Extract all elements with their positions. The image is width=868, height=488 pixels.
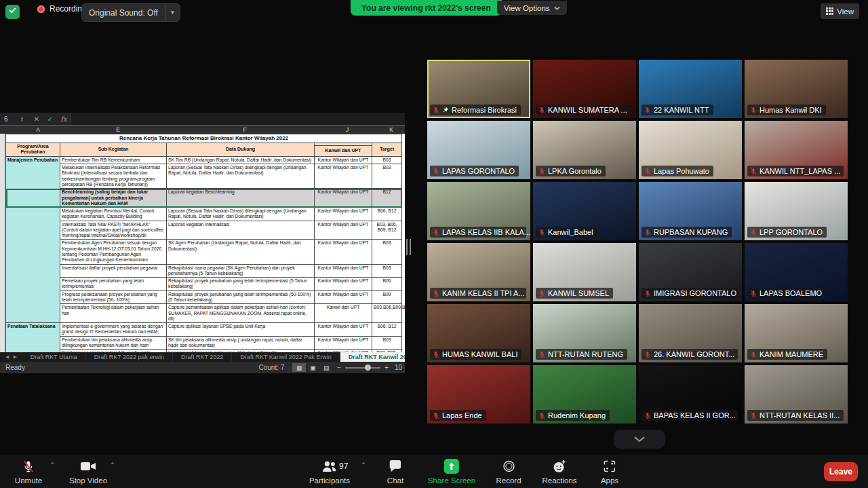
zoom-thumb[interactable]	[365, 364, 371, 371]
participant-tile[interactable]: NTT-RUTAN RUTENG	[533, 304, 636, 362]
sub-kegiatan-cell[interactable]: Pembentukan Agen Perubahan sesuai dengan…	[60, 240, 167, 264]
target-cell[interactable]: B12	[372, 189, 402, 208]
sub-kegiatan-cell[interactable]: Inventarisasi daftar proyek perubahan pe…	[60, 264, 167, 278]
view-options-button[interactable]: View Options	[497, 1, 567, 15]
data-dukung-cell[interactable]: Laporan (Sesuai Tata Naskah Dinas) dilen…	[167, 164, 315, 189]
data-dukung-cell[interactable]: SK Tim RB (Undangan Rapat, Notula, Dafta…	[167, 156, 315, 164]
table-row[interactable]: Inventarisasi daftar proyek perubahan pe…	[6, 264, 402, 278]
participant-tile[interactable]: Reformasi Birokrasi	[427, 60, 530, 118]
kanwil-cell[interactable]: Kantor Wilayah dan UPT	[315, 350, 372, 352]
column-header-K[interactable]: K	[389, 126, 393, 133]
participant-tile[interactable]: LAPAS KELAS IIB KALA...	[427, 182, 530, 240]
kanwil-cell[interactable]: Kantor Wilayah dan UPT	[315, 221, 372, 240]
enter-icon[interactable]: ✓	[43, 115, 57, 123]
kanwil-cell[interactable]: Kantor Wilayah dan UPT	[315, 278, 372, 291]
sheet-tab[interactable]: Draft RKT Utama	[22, 352, 86, 362]
table-row[interactable]: Pembentukan Agen Perubahan sesuai dengan…	[6, 240, 402, 264]
participant-tile[interactable]: BAPAS KELAS II GOR...	[639, 365, 742, 424]
sub-kegiatan-cell[interactable]: Pelaksanaan implementasi Alih media arsi…	[60, 350, 167, 352]
page-break-view-icon[interactable]: ▤	[319, 363, 333, 372]
sub-kegiatan-cell[interactable]: Progress pelaksanaan proyek perubahan ya…	[60, 290, 167, 304]
data-dukung-cell[interactable]: SK tim pelaksana alihmedia arsip ( undan…	[167, 336, 315, 350]
participant-tile[interactable]: Kanwil_Babel	[533, 182, 636, 240]
unmute-button[interactable]: Unmute	[15, 459, 42, 485]
data-dukung-cell[interactable]: Rekapitulasi nama pegawai (SK Agen Perub…	[167, 264, 315, 278]
header-data-dukung[interactable]: Data Dukung	[167, 143, 315, 156]
stop-video-button[interactable]: Stop Video	[69, 459, 107, 485]
table-row[interactable]: Melakukan Internalisasi Pelaksanaan Refo…	[6, 164, 402, 189]
table-row[interactable]: Pemetaan proyek perubahan yang telah ter…	[6, 278, 402, 291]
record-button[interactable]: Record	[496, 459, 521, 485]
formula-input[interactable]	[71, 113, 405, 125]
data-dukung-cell[interactable]: Laporan kegiatan internalisasi	[167, 221, 315, 240]
participant-tile[interactable]: LPKA Gorontalo	[533, 121, 636, 179]
zoom-out-icon[interactable]: −	[337, 364, 341, 371]
sheet-tab[interactable]: Draft RKT Kanwil 2022	[340, 352, 405, 362]
target-cell[interactable]: B06, B12	[372, 208, 402, 221]
participant-tile[interactable]: KANWIL NTT_LAPAS ...	[745, 121, 848, 179]
unmute-options-caret[interactable]: ⌃	[50, 462, 55, 468]
leave-button[interactable]: Leave	[824, 462, 858, 481]
table-row[interactable]: Manajemen PerubahanPembentukan Tim RB Ke…	[6, 156, 402, 164]
row-header-strip[interactable]	[0, 134, 5, 352]
kanwil-cell[interactable]: Kantor Wilayah dan UPT	[315, 164, 372, 189]
column-headers[interactable]: AEFJK	[0, 125, 405, 134]
participant-tile[interactable]: KANWIL SUMATERA ...	[533, 60, 636, 118]
data-dukung-cell[interactable]: Laporan pelaksanaan arsip yang dilakukan…	[167, 350, 315, 352]
participant-tile[interactable]: Lapas Ende	[427, 365, 530, 424]
zoom-in-icon[interactable]: +	[384, 364, 389, 371]
sub-kegiatan-cell[interactable]: Pemetaan proyek perubahan yang telah ter…	[60, 278, 167, 291]
kanwil-cell[interactable]: Kantor Wilayah dan UPT	[315, 323, 372, 337]
data-dukung-cell[interactable]: Laporan kegiatan Benchlearning	[167, 189, 315, 208]
data-dukung-cell[interactable]: Rekapitulasi proyek perubahan yang telah…	[167, 278, 315, 291]
table-row[interactable]: Benchlearning (saling belajar dan tukar …	[6, 189, 402, 208]
table-row[interactable]: Progress pelaksanaan proyek perubahan ya…	[6, 290, 402, 304]
kanwil-cell[interactable]: Kantor Wilayah dan UPT	[315, 156, 372, 164]
sheet-tab[interactable]: Draft RKT Kanwil 2022 Pak Erwin	[232, 352, 340, 362]
sheet-tab[interactable]: Draft RKT 2022 pak erwin	[86, 352, 173, 362]
view-button[interactable]: View	[821, 3, 859, 19]
zoom-track[interactable]	[345, 367, 380, 369]
participant-tile[interactable]: LPP GORONTALO	[745, 182, 848, 240]
sub-kegiatan-cell[interactable]: Melakukan Internalisasi Pelaksanaan Refo…	[60, 164, 167, 189]
sub-kegiatan-cell[interactable]: Pembentukan tim pelaksana alihmedia arsi…	[60, 336, 167, 350]
kanwil-cell[interactable]: Kantor Wilayah dan UPT	[315, 290, 372, 304]
zoom-slider[interactable]: − +	[337, 364, 389, 371]
insert-function-icon[interactable]: fx	[57, 115, 71, 123]
sheet-title[interactable]: Rencana Kerja Tahunan Reformasi Birokras…	[6, 134, 402, 143]
column-header-E[interactable]: E	[116, 126, 120, 133]
target-cell[interactable]: B09	[372, 290, 402, 304]
participant-tile[interactable]: 22 KANWIL NTT	[639, 60, 742, 118]
target-cell[interactable]: B03,B06,B09,B12	[372, 304, 402, 323]
area-cell[interactable]: Penataan Tatalaksana	[6, 323, 60, 352]
sub-kegiatan-cell[interactable]: Pembentukan Tim RB Kemenkumham	[60, 156, 167, 164]
sub-kegiatan-cell[interactable]: Pemanfaatan Teknologi dalam pekerjaan se…	[60, 304, 167, 323]
participant-tile[interactable]: NTT-RUTAN KELAS II...	[745, 365, 848, 424]
kanwil-cell[interactable]: Kantor Wilayah dan UPT	[315, 189, 372, 208]
table-row[interactable]: Pembentukan tim pelaksana alihmedia arsi…	[6, 336, 402, 350]
kanwil-cell[interactable]: Kantor Wilayah dan UPT	[315, 208, 372, 221]
name-box[interactable]: 6	[0, 115, 20, 123]
pane-divider-handle[interactable]	[406, 239, 411, 255]
normal-view-icon[interactable]: ▦	[292, 363, 306, 372]
sub-kegiatan-cell[interactable]: Melakukan kegiatan Revolusi Mental, Cont…	[60, 208, 167, 221]
target-cell[interactable]: B03, B06, B09, B12	[372, 221, 402, 240]
data-dukung-cell[interactable]: Capture pemanfaatan aplikasi dalam peker…	[167, 304, 315, 323]
apps-button[interactable]: Apps	[601, 459, 618, 485]
chat-button[interactable]: Chat	[387, 459, 403, 485]
table-row[interactable]: Pemanfaatan Teknologi dalam pekerjaan se…	[6, 304, 402, 323]
kanwil-cell[interactable]: Kantor Wilayah dan UPT	[315, 336, 372, 350]
table-row[interactable]: Penataan TatalaksanaImplementasi e-gover…	[6, 323, 402, 337]
column-header-J[interactable]: J	[346, 126, 349, 133]
target-cell[interactable]: B06	[372, 278, 402, 291]
sub-kegiatan-cell[interactable]: Benchlearning (saling belajar dan tukar …	[60, 189, 167, 208]
spinner-icon[interactable]: ▲▼	[20, 116, 30, 121]
participant-tile[interactable]: HUMAS KANWIL BALI	[427, 304, 530, 362]
tab-scroll-arrows[interactable]: ◀▶	[0, 352, 22, 362]
participants-options-caret[interactable]: ⌃	[361, 462, 366, 468]
target-cell[interactable]: B03	[372, 240, 402, 264]
column-header-F[interactable]: F	[243, 126, 246, 133]
share-screen-button[interactable]: Share Screen	[428, 459, 475, 485]
video-options-caret[interactable]: ⌃	[110, 462, 115, 468]
data-dukung-cell[interactable]: Capture aplikasi layanan SPBE pada Unit …	[167, 323, 315, 337]
